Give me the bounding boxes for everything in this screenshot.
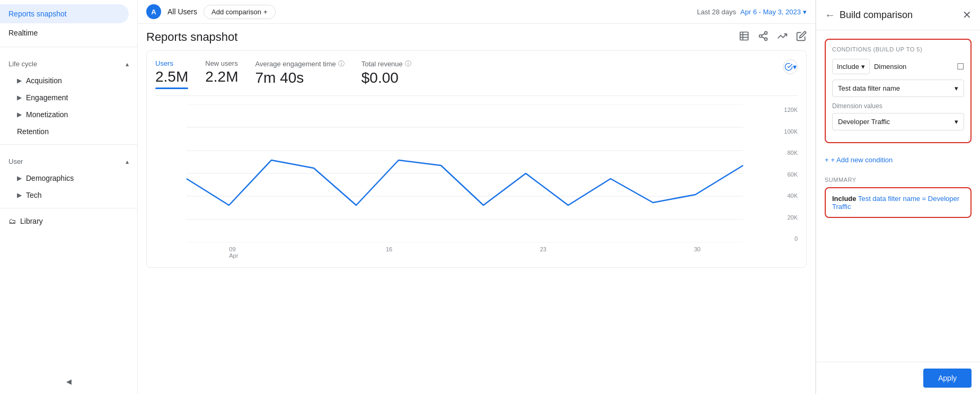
metric-users-value: 2.5M bbox=[155, 68, 188, 85]
page-title: Reports snapshot bbox=[146, 30, 237, 44]
top-bar: A All Users Add comparison + Last 28 day… bbox=[138, 0, 815, 24]
sidebar-item-engagement[interactable]: ▶ Engagement bbox=[0, 89, 137, 106]
close-button[interactable]: ✕ bbox=[963, 8, 972, 21]
summary-label: SUMMARY bbox=[825, 177, 972, 183]
all-users-label: All Users bbox=[167, 7, 197, 16]
metric-revenue-label: Total revenue ⓘ bbox=[361, 59, 411, 68]
add-condition-button[interactable]: + + Add new condition bbox=[825, 152, 893, 168]
sidebar-item-monetization[interactable]: ▶ Monetization bbox=[0, 106, 137, 123]
section-label: User bbox=[8, 157, 23, 165]
back-button[interactable]: ← bbox=[825, 9, 835, 21]
y-axis: 120K 100K 80K 60K 40K 20K 0 bbox=[776, 104, 798, 244]
dim-value-text: Developer Traffic bbox=[838, 118, 890, 126]
sidebar-item-label: Demographics bbox=[26, 174, 74, 182]
svg-rect-0 bbox=[740, 32, 748, 40]
metric-engagement[interactable]: Average engagement time ⓘ 7m 40s bbox=[255, 59, 345, 89]
sidebar-item-label: Realtime bbox=[8, 29, 38, 37]
line-chart bbox=[155, 104, 774, 242]
filter-name-dropdown[interactable]: Test data filter name ▾ bbox=[832, 80, 964, 97]
x-axis: 09Apr 16 23 30 bbox=[155, 244, 798, 259]
metrics-row: Users 2.5M New users 2.2M Average engage… bbox=[155, 59, 798, 96]
panel-title: Build comparison bbox=[840, 10, 958, 21]
svg-point-4 bbox=[765, 31, 767, 34]
chevron-right-icon: ▶ bbox=[17, 111, 22, 118]
sidebar-item-label: Acquisition bbox=[26, 76, 62, 85]
summary-include: Include bbox=[832, 195, 857, 203]
main-content: A All Users Add comparison + Last 28 day… bbox=[138, 0, 815, 394]
x-label-1: 09Apr bbox=[229, 246, 238, 259]
last-days-label: Last 28 days bbox=[697, 8, 736, 16]
dim-value-dropdown[interactable]: Developer Traffic ▾ bbox=[832, 113, 964, 130]
metric-selector-button[interactable]: ▾ bbox=[783, 59, 798, 74]
user-badge: A bbox=[146, 4, 161, 19]
sidebar-item-retention[interactable]: Retention bbox=[0, 123, 137, 140]
add-comparison-label: Add comparison bbox=[211, 8, 261, 16]
svg-line-8 bbox=[762, 33, 765, 35]
sidebar-section-lifecycle[interactable]: Life cycle ▴ bbox=[0, 56, 137, 72]
dropdown-chevron: ▾ bbox=[955, 84, 958, 92]
content-area: Users 2.5M New users 2.2M Average engage… bbox=[138, 50, 815, 394]
x-label-3: 23 bbox=[540, 246, 546, 259]
dropdown-icon: ▾ bbox=[803, 8, 807, 16]
sidebar-item-label: Tech bbox=[26, 191, 42, 199]
metric-engagement-label: Average engagement time ⓘ bbox=[255, 59, 345, 68]
metric-active-bar bbox=[155, 87, 188, 89]
metric-revenue-value: $0.00 bbox=[361, 69, 411, 86]
date-range-text: Apr 6 - May 3, 2023 bbox=[740, 8, 801, 16]
conditions-box: CONDITIONS (BUILD UP TO 5) Include ▾ Dim… bbox=[825, 39, 972, 143]
metric-users[interactable]: Users 2.5M bbox=[155, 59, 188, 89]
info-icon: ⓘ bbox=[338, 59, 345, 68]
trend-icon[interactable] bbox=[777, 31, 788, 44]
sidebar-section-user[interactable]: User ▴ bbox=[0, 153, 137, 170]
delete-icon[interactable]: ☐ bbox=[957, 62, 964, 72]
sidebar-item-label: Engagement bbox=[26, 93, 68, 102]
dropdown-chevron-2: ▾ bbox=[955, 118, 958, 126]
sidebar-item-label: Retention bbox=[17, 127, 49, 136]
metric-new-users[interactable]: New users 2.2M bbox=[205, 59, 238, 89]
sidebar-item-label: Library bbox=[20, 217, 43, 225]
sidebar-collapse-button[interactable]: ◀ bbox=[0, 373, 137, 390]
sidebar-item-realtime[interactable]: Realtime bbox=[0, 23, 137, 42]
filter-name-value: Test data filter name bbox=[838, 84, 900, 92]
sidebar-item-acquisition[interactable]: ▶ Acquisition bbox=[0, 72, 137, 89]
add-condition-label: + Add new condition bbox=[831, 156, 893, 164]
x-label-4: 30 bbox=[694, 246, 700, 259]
summary-section: SUMMARY Include Test data filter name = … bbox=[825, 177, 972, 218]
include-select[interactable]: Include ▾ bbox=[832, 59, 870, 74]
date-range-selector[interactable]: Apr 6 - May 3, 2023 ▾ bbox=[740, 8, 807, 16]
summary-box: Include Test data filter name = Develope… bbox=[825, 187, 972, 218]
svg-line-7 bbox=[762, 37, 765, 38]
panel-body: CONDITIONS (BUILD UP TO 5) Include ▾ Dim… bbox=[816, 30, 980, 362]
panel-footer: Apply bbox=[816, 362, 980, 394]
metric-revenue[interactable]: Total revenue ⓘ $0.00 bbox=[361, 59, 411, 89]
plus-icon: + bbox=[263, 8, 268, 16]
metric-users-label: Users bbox=[155, 59, 188, 67]
chevron-up-icon: ▴ bbox=[126, 60, 129, 68]
sidebar-item-label: Monetization bbox=[26, 110, 68, 119]
conditions-label: CONDITIONS (BUILD UP TO 5) bbox=[832, 46, 964, 52]
metric-new-users-value: 2.2M bbox=[205, 68, 238, 85]
chevron-right-icon: ▶ bbox=[17, 94, 22, 101]
share-icon[interactable] bbox=[758, 31, 769, 44]
table-icon[interactable] bbox=[739, 31, 749, 44]
info-icon-2: ⓘ bbox=[405, 59, 411, 68]
metric-engagement-value: 7m 40s bbox=[255, 69, 345, 86]
add-comparison-button[interactable]: Add comparison + bbox=[204, 5, 276, 19]
sidebar: Reports snapshot Realtime Life cycle ▴ ▶… bbox=[0, 0, 138, 394]
header-actions bbox=[739, 31, 807, 44]
dimension-label: Dimension bbox=[874, 63, 952, 71]
chevron-right-icon: ▶ bbox=[17, 174, 22, 182]
plus-icon: + bbox=[825, 156, 829, 164]
sidebar-item-library[interactable]: 🗂 Library bbox=[0, 213, 137, 230]
apply-button[interactable]: Apply bbox=[923, 369, 972, 388]
metric-new-users-label: New users bbox=[205, 59, 238, 67]
sidebar-item-tech[interactable]: ▶ Tech bbox=[0, 187, 137, 204]
sidebar-divider bbox=[0, 47, 137, 47]
sidebar-divider-2 bbox=[0, 144, 137, 145]
dim-values-label: Dimension values bbox=[832, 102, 964, 110]
sidebar-item-reports-snapshot[interactable]: Reports snapshot bbox=[0, 4, 129, 23]
edit-icon[interactable] bbox=[796, 31, 807, 44]
include-label: Include bbox=[837, 63, 859, 71]
library-icon: 🗂 bbox=[8, 217, 16, 225]
sidebar-item-demographics[interactable]: ▶ Demographics bbox=[0, 170, 137, 187]
